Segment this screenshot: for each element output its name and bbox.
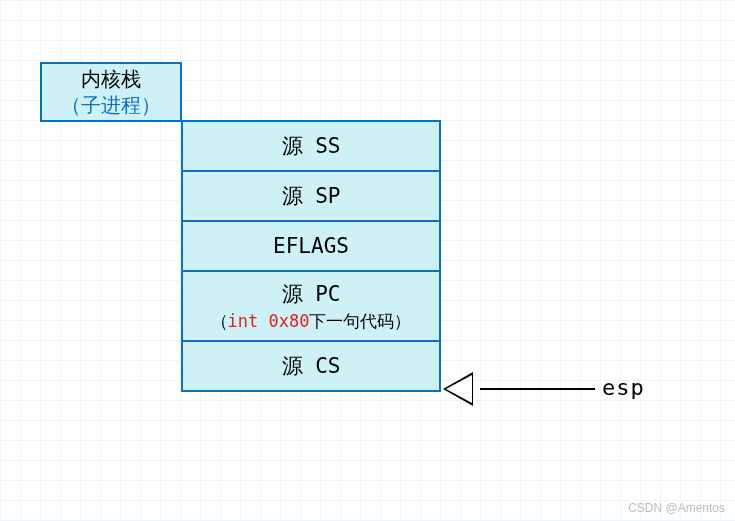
kernel-stack-header: 内核栈 （子进程） <box>40 62 182 122</box>
cell-label: 源 PC <box>282 280 341 308</box>
stack-cell-sp: 源 SP <box>181 170 441 222</box>
cell-label: EFLAGS <box>273 234 349 258</box>
cell-label: 源 SS <box>282 132 341 160</box>
cell-sublabel: （int 0x80下一句代码） <box>211 310 412 333</box>
esp-pointer-line <box>480 388 595 390</box>
stack-cell-eflags: EFLAGS <box>181 220 441 272</box>
watermark: CSDN @Amentos <box>628 501 725 515</box>
stack-cell-pc: 源 PC （int 0x80下一句代码） <box>181 270 441 342</box>
header-subtitle: （子进程） <box>61 92 161 118</box>
esp-label: esp <box>602 375 645 400</box>
stack-frame: 源 SS 源 SP EFLAGS 源 PC （int 0x80下一句代码） 源 … <box>181 122 441 392</box>
cell-label: 源 CS <box>282 352 341 380</box>
code-text: int 0x80 <box>228 311 310 331</box>
stack-cell-cs: 源 CS <box>181 340 441 392</box>
cell-label: 源 SP <box>282 182 341 210</box>
stack-cell-ss: 源 SS <box>181 120 441 172</box>
header-title: 内核栈 <box>81 66 141 92</box>
esp-arrowhead-icon <box>443 372 473 406</box>
